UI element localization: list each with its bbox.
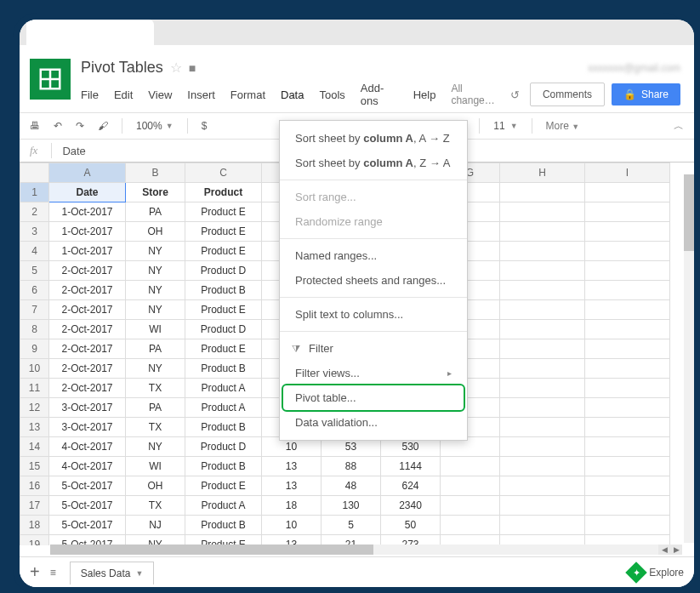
cell[interactable]: TX [126, 379, 185, 398]
cell[interactable]: 2-Oct-2017 [49, 281, 126, 300]
cell[interactable]: NY [126, 437, 185, 457]
scroll-thumb[interactable] [684, 174, 694, 251]
menu-file[interactable]: File [81, 88, 99, 101]
cell[interactable] [441, 476, 500, 496]
cell[interactable] [585, 261, 670, 281]
cell[interactable] [500, 379, 585, 398]
cell[interactable]: NY [126, 281, 185, 300]
cell[interactable]: PA [126, 398, 185, 418]
share-button[interactable]: 🔒 Share [612, 83, 680, 105]
cell[interactable]: 1-Oct-2017 [49, 222, 126, 242]
cell[interactable]: Product E [185, 202, 262, 222]
cell[interactable]: 13 [262, 476, 322, 496]
cell[interactable]: 2340 [381, 496, 441, 516]
col-hdr-h[interactable]: H [500, 163, 585, 183]
col-hdr-a[interactable]: A [49, 163, 126, 183]
cell[interactable]: 1-Oct-2017 [49, 242, 126, 261]
paint-icon[interactable]: 🖌 [98, 120, 108, 132]
cell[interactable]: Product D [185, 320, 262, 339]
cell[interactable]: 13 [262, 457, 322, 476]
cell[interactable] [585, 202, 670, 222]
scroll-thumb[interactable] [50, 545, 373, 555]
explore-button[interactable]: ✦ Explore [629, 565, 684, 580]
cell[interactable] [441, 457, 500, 476]
cell[interactable]: WI [126, 320, 185, 339]
cell[interactable] [500, 320, 585, 339]
vertical-scrollbar[interactable] [684, 174, 694, 543]
cell[interactable]: Product B [185, 281, 262, 300]
cell[interactable] [500, 437, 585, 457]
cell[interactable]: NJ [126, 516, 185, 535]
cell[interactable] [585, 242, 670, 261]
menu-format[interactable]: Format [230, 88, 265, 101]
cell[interactable]: 1-Oct-2017 [49, 202, 126, 222]
cell[interactable]: Product E [185, 339, 262, 359]
cell[interactable]: 4-Oct-2017 [49, 437, 126, 457]
cell[interactable]: Product B [185, 359, 262, 379]
row-hdr[interactable]: 13 [20, 418, 49, 437]
cell[interactable]: Product B [185, 418, 262, 437]
cell[interactable]: NY [126, 261, 185, 281]
cell[interactable]: Product A [185, 496, 262, 516]
cell[interactable] [500, 359, 585, 379]
cell[interactable] [500, 202, 585, 222]
cell[interactable]: 10 [262, 516, 322, 535]
row-hdr[interactable]: 7 [20, 300, 49, 320]
cell[interactable]: 2-Oct-2017 [49, 379, 126, 398]
cell[interactable]: Store [126, 183, 185, 202]
dd-pivot-table[interactable]: Pivot table... [282, 384, 465, 412]
row-hdr[interactable]: 9 [20, 339, 49, 359]
font-size-select[interactable]: 11▼ [493, 120, 517, 132]
cell[interactable]: 2-Oct-2017 [49, 339, 126, 359]
cell[interactable]: 3-Oct-2017 [49, 418, 126, 437]
cell[interactable] [585, 418, 670, 437]
row-hdr[interactable]: 14 [20, 437, 49, 457]
cell[interactable]: NY [126, 300, 185, 320]
cell[interactable]: TX [126, 496, 185, 516]
redo-icon[interactable]: ↷ [76, 120, 84, 132]
more-toolbar[interactable]: More ▼ [546, 120, 580, 132]
cell[interactable]: Product E [185, 222, 262, 242]
cell[interactable]: Product B [185, 516, 262, 535]
history-icon[interactable]: ↺ [510, 88, 520, 101]
cell[interactable]: 5 [322, 516, 381, 535]
row-hdr[interactable]: 11 [20, 379, 49, 398]
cell[interactable]: NY [126, 359, 185, 379]
row-hdr[interactable]: 16 [20, 476, 49, 496]
cell[interactable]: OH [126, 222, 185, 242]
cell[interactable]: Product [185, 183, 262, 202]
row-hdr[interactable]: 10 [20, 359, 49, 379]
dd-protected[interactable]: Protected sheets and ranges... [280, 268, 467, 293]
cell[interactable] [585, 496, 670, 516]
cell[interactable]: Date [49, 183, 126, 202]
row-hdr[interactable]: 2 [20, 202, 49, 222]
dd-data-validation[interactable]: Data validation... [280, 410, 467, 435]
cell[interactable] [500, 300, 585, 320]
cell[interactable]: 88 [322, 457, 381, 476]
star-icon[interactable]: ☆ [170, 60, 182, 76]
menu-edit[interactable]: Edit [114, 88, 133, 101]
cell[interactable] [585, 457, 670, 476]
cell[interactable] [441, 496, 500, 516]
dd-sort-az[interactable]: Sort sheet by column A, A → Z [280, 126, 467, 151]
cell[interactable]: Product B [185, 457, 262, 476]
cell[interactable]: Product E [185, 300, 262, 320]
cell[interactable] [585, 437, 670, 457]
changes-label[interactable]: All change… [451, 83, 504, 106]
dd-filter-views[interactable]: Filter views... [280, 361, 467, 385]
row-hdr[interactable]: 19 [20, 535, 49, 546]
row-hdr[interactable]: 17 [20, 496, 49, 516]
sheets-logo[interactable] [30, 59, 71, 100]
cell[interactable] [500, 516, 585, 535]
cell[interactable] [585, 379, 670, 398]
cell[interactable] [500, 183, 585, 202]
cell[interactable] [585, 476, 670, 496]
cell[interactable]: PA [126, 339, 185, 359]
cell[interactable]: 5-Oct-2017 [49, 516, 126, 535]
cell[interactable] [585, 183, 670, 202]
cell[interactable]: 1144 [381, 457, 441, 476]
dd-named-ranges[interactable]: Named ranges... [280, 243, 467, 268]
cell[interactable]: 5-Oct-2017 [49, 476, 126, 496]
scroll-left-icon[interactable]: ◀ [658, 545, 670, 555]
dd-sort-za[interactable]: Sort sheet by column A, Z → A [280, 151, 467, 175]
